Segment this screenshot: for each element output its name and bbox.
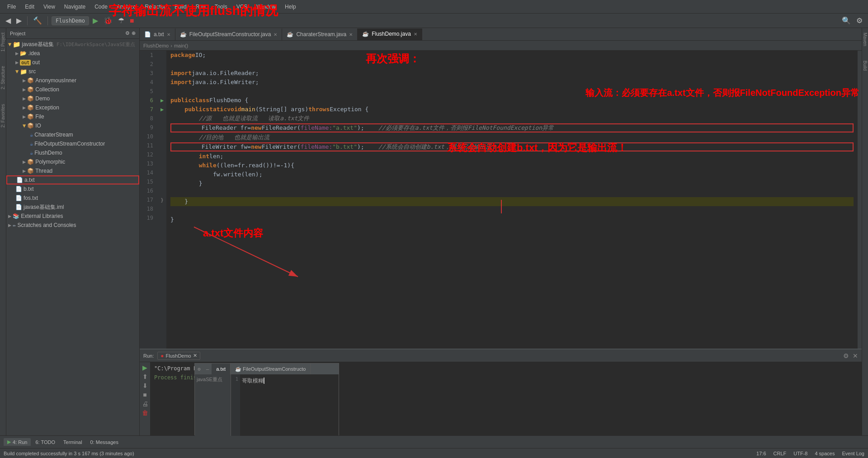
menu-analyze[interactable]: Analyze [113, 3, 140, 11]
menu-refactor[interactable]: Refactor [142, 3, 169, 11]
menu-window[interactable]: Window [253, 3, 279, 11]
menu-file[interactable]: File [4, 3, 19, 11]
breadcrumb-part2[interactable]: main() [174, 43, 188, 48]
tree-demo-label: Demo [35, 95, 50, 102]
tree-btxt[interactable]: 📄 b.txt [6, 184, 139, 194]
breadcrumb-part1[interactable]: FlushDemo [143, 43, 169, 48]
settings-button[interactable]: ⚙ [854, 15, 864, 26]
tab-structure[interactable]: 2: Structure [0, 63, 6, 92]
tab-fosc[interactable]: ☕ FileOutputStreamConstructor.java ✕ [175, 28, 283, 40]
search-everywhere-button[interactable]: 🔍 [840, 15, 853, 26]
tree-root[interactable]: ▼ 📁 javase基础集 F:\IDEAworkSpace\JavaSE重点 [6, 40, 139, 49]
scroll-top-button[interactable]: ⬆ [141, 373, 149, 380]
tree-polymorphic[interactable]: ▶ 📦 Polymorphic [6, 157, 139, 166]
popup-minus-btn[interactable]: — [203, 365, 212, 373]
run-tab-active[interactable]: ● FlushDemo ✕ [157, 352, 200, 360]
popup-tab-atxt[interactable]: a.txt [212, 364, 231, 374]
run-gutter-6[interactable]: ▶ [158, 96, 166, 105]
bottom-tab-terminal[interactable]: Terminal [60, 439, 86, 446]
tree-scratches[interactable]: ▶ ✏ Scratches and Consoles [6, 221, 139, 230]
tree-charaterstream[interactable]: ☕ CharaterStream [6, 130, 139, 139]
editor-scrollbar[interactable] [857, 51, 862, 349]
bottom-tab-run[interactable]: ▶ 4: Run [4, 438, 31, 446]
event-log-link[interactable]: Event Log [842, 451, 864, 456]
print-button[interactable]: 🖨 [141, 400, 149, 407]
tab-project[interactable]: 1: Project [0, 30, 6, 54]
menu-code[interactable]: Code [91, 3, 111, 11]
tree-src[interactable]: ▼ 📁 src [6, 67, 139, 76]
tree-exception[interactable]: ▶ 📦 Exception [6, 103, 139, 112]
tab-build[interactable]: Build [862, 58, 868, 73]
project-expand-icon[interactable]: ⊕ [132, 30, 136, 36]
tree-flushdemo[interactable]: ☕ FlushDemo [6, 148, 139, 157]
code-editor[interactable]: 1 2 3 4 5 6 7 8 9 10 11 12 13 14 15 16 1 [140, 51, 862, 349]
cs-tab-close[interactable]: ✕ [349, 32, 353, 37]
tab-favorites[interactable]: 2: Favorites [0, 101, 6, 130]
bottom-tab-todo[interactable]: 6: TODO [32, 439, 59, 446]
stop-run-button[interactable]: ■ [141, 391, 149, 398]
tree-thread[interactable]: ▶ 📦 Thread [6, 166, 139, 175]
project-tree: ▼ 📁 javase基础集 F:\IDEAworkSpace\JavaSE重点 … [6, 39, 139, 448]
run-close-button[interactable]: ✕ [853, 352, 858, 359]
fd-tab-close[interactable]: ✕ [414, 32, 417, 37]
idea-folder-icon: 📂 [20, 50, 27, 57]
back-button[interactable]: ◀ [4, 15, 13, 26]
menu-help[interactable]: Help [281, 3, 300, 11]
popup-settings-btn[interactable]: ⚙ [195, 365, 203, 373]
tree-collection[interactable]: ▶ 📦 Collection [6, 85, 139, 94]
code-content[interactable]: package IO; import java.io.FileReader; i… [167, 51, 857, 349]
tree-anonymousinner[interactable]: ▶ 📦 AnonymousInner [6, 76, 139, 85]
tree-ext-libs[interactable]: ▶ 📚 External Libraries [6, 212, 139, 221]
fd-java-icon: ☕ [30, 150, 33, 156]
project-settings-icon[interactable]: ⚙ [125, 30, 130, 36]
popup-main-content[interactable]: 哥取模糊 [240, 374, 339, 436]
tab-cs[interactable]: ☕ CharaterStream.java ✕ [282, 28, 358, 40]
debug-button[interactable]: 🐞 [102, 15, 114, 26]
encoding-indicator[interactable]: UTF-8 [793, 451, 807, 456]
menu-tools[interactable]: Tools [211, 3, 231, 11]
tree-fd-label: FlushDemo [34, 150, 62, 156]
crlf-indicator[interactable]: CRLF [774, 451, 787, 456]
stop-button[interactable]: ■ [128, 16, 136, 26]
menu-view[interactable]: View [40, 3, 59, 11]
tab-flushdemo[interactable]: ☕ FlushDemo.java ✕ [358, 28, 422, 40]
menu-edit[interactable]: Edit [21, 3, 38, 11]
tab-atxt[interactable]: 📄 a.txt ✕ [140, 28, 175, 40]
tree-io[interactable]: ▼ 📦 IO [6, 121, 139, 130]
tree-fostxt[interactable]: 📄 fos.txt [6, 194, 139, 203]
atxt-tab-close[interactable]: ✕ [167, 32, 170, 37]
popup-tab-fosc[interactable]: ☕ FileOutputStreamConstructo [231, 364, 311, 374]
menu-vcs[interactable]: VCS [233, 3, 251, 11]
tree-fosconstructor[interactable]: ☕ FileOutputStreamConstructor [6, 139, 139, 148]
menu-build[interactable]: Build [171, 3, 190, 11]
popup-editor-area[interactable]: 1 哥取模糊 [231, 374, 339, 436]
scroll-bottom-button[interactable]: ⬇ [141, 382, 149, 389]
run-tab-close[interactable]: ✕ [193, 353, 197, 359]
tree-col-label: Collection [35, 86, 59, 93]
tree-demo[interactable]: ▶ 📦 Demo [6, 94, 139, 103]
bottom-tab-messages[interactable]: 0: Messages [87, 439, 122, 446]
menu-run[interactable]: Run [192, 3, 209, 11]
code-line-10: //目的地 也就是输出流 [170, 133, 854, 142]
clear-button[interactable]: 🗑 [141, 409, 149, 416]
menu-navigate[interactable]: Navigate [61, 3, 89, 11]
forward-button[interactable]: ▶ [14, 15, 24, 26]
tree-idea[interactable]: ▶ 📂 .idea [6, 49, 139, 58]
tree-out[interactable]: ▶ out out [6, 58, 139, 67]
fosc-tab-close[interactable]: ✕ [274, 32, 277, 37]
run-settings-button[interactable]: ⚙ [843, 352, 849, 359]
build-button[interactable]: 🔨 [31, 15, 44, 26]
right-panel-tabs: Maven Build [862, 28, 868, 448]
tab-maven[interactable]: Maven [862, 30, 868, 49]
tree-iml[interactable]: 📄 javase基础集.iml [6, 203, 139, 212]
run-config-selector[interactable]: FlushDemo [52, 16, 89, 25]
tree-atxt[interactable]: 📄 a.txt [6, 175, 139, 184]
tree-file-pkg[interactable]: ▶ 📦 File [6, 112, 139, 121]
coverage-button[interactable]: ☂ [116, 15, 126, 26]
run-button[interactable]: ▶ [91, 15, 100, 26]
tree-fosc-label: FileOutputStreamConstructor [34, 141, 105, 147]
indent-indicator[interactable]: 4 spaces [815, 451, 835, 456]
run-gutter-7[interactable]: ▶ [158, 105, 166, 114]
rerun-button[interactable]: ▶ [141, 364, 149, 371]
cs-java-icon: ☕ [30, 132, 33, 138]
